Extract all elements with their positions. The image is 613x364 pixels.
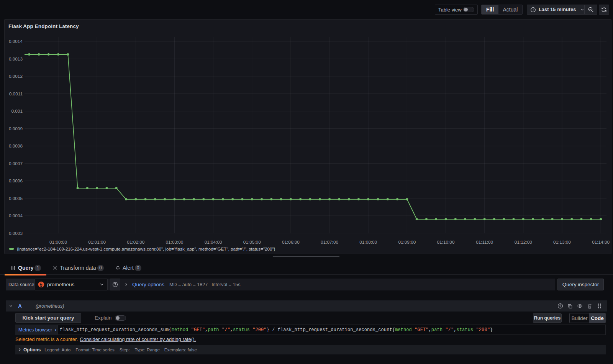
svg-text:01:09:00: 01:09:00 — [398, 239, 416, 245]
svg-text:01:03:00: 01:03:00 — [166, 239, 183, 245]
svg-text:0.0007: 0.0007 — [9, 161, 23, 166]
svg-text:01:11:00: 01:11:00 — [476, 239, 493, 245]
svg-text:0.0011: 0.0011 — [9, 91, 23, 97]
svg-text:01:06:00: 01:06:00 — [282, 239, 300, 245]
svg-text:01:05:00: 01:05:00 — [243, 239, 261, 245]
svg-text:0.0003: 0.0003 — [9, 231, 23, 236]
svg-text:01:01:00: 01:01:00 — [88, 239, 106, 245]
svg-text:01:07:00: 01:07:00 — [321, 239, 338, 245]
svg-text:0.0014: 0.0014 — [9, 39, 23, 44]
svg-text:01:08:00: 01:08:00 — [359, 239, 377, 245]
svg-text:0.0004: 0.0004 — [9, 213, 23, 218]
svg-text:01:00:00: 01:00:00 — [49, 239, 67, 245]
svg-text:01:10:00: 01:10:00 — [437, 239, 455, 245]
svg-text:01:02:00: 01:02:00 — [127, 239, 144, 245]
svg-text:0.001: 0.001 — [11, 108, 23, 114]
svg-text:01:14:00: 01:14:00 — [592, 239, 610, 245]
svg-text:0.0013: 0.0013 — [9, 56, 23, 62]
svg-text:01:13:00: 01:13:00 — [553, 239, 571, 245]
svg-text:0.0006: 0.0006 — [9, 178, 23, 184]
svg-text:01:12:00: 01:12:00 — [515, 239, 532, 245]
svg-text:0.0005: 0.0005 — [9, 196, 23, 201]
svg-text:0.0008: 0.0008 — [9, 143, 23, 149]
svg-text:0.0009: 0.0009 — [9, 126, 23, 131]
svg-text:0.0012: 0.0012 — [9, 74, 23, 79]
svg-text:01:04:00: 01:04:00 — [205, 239, 222, 245]
